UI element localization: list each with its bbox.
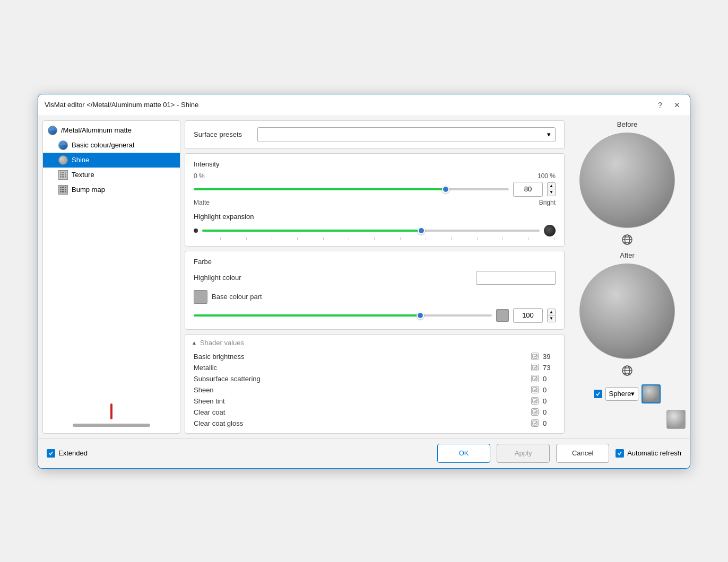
svg-rect-9	[533, 388, 537, 392]
shader-row-checkbox[interactable]	[531, 364, 539, 371]
base-colour-row: Base colour part	[194, 290, 556, 304]
sidebar-item-bump-map[interactable]: Bump map	[43, 182, 180, 197]
base-colour-label: Base colour part	[212, 293, 262, 301]
big-dot-icon	[544, 225, 556, 236]
shader-row: Subsurface scattering 0	[192, 373, 558, 384]
base-colour-value-input[interactable]: 100	[513, 308, 543, 323]
highlight-expansion-section: Highlight expansion	[194, 213, 556, 240]
ok-button[interactable]: OK	[437, 444, 490, 463]
small-dot-icon	[194, 229, 198, 233]
sidebar-item-shine[interactable]: Shine	[43, 153, 180, 168]
svg-rect-6	[533, 376, 537, 381]
shader-row-value: 39	[543, 353, 556, 361]
shader-row-checkbox[interactable]	[531, 397, 539, 405]
sidebar-item-basic-colour[interactable]: Basic colour/general	[43, 138, 180, 153]
shader-row-value: 0	[543, 408, 556, 416]
shader-row-label: Subsurface scattering	[194, 375, 527, 383]
matte-label: Matte	[194, 199, 210, 206]
before-sphere-preview	[579, 133, 675, 228]
after-sphere-preview	[579, 264, 675, 359]
highlight-slider[interactable]	[202, 225, 540, 236]
horizontal-scrollbar[interactable]	[47, 424, 176, 429]
shader-row-label: Clear coat gloss	[194, 419, 527, 427]
shader-rows-container: Basic brightness 39 Metallic 73 Subs	[192, 351, 558, 429]
chevron-down-icon: ▾	[547, 130, 551, 138]
shader-row-checkbox[interactable]	[531, 386, 539, 393]
shader-row: Clear coat 0	[192, 407, 558, 418]
shader-row: Basic brightness 39	[192, 351, 558, 362]
intensity-value-input[interactable]: 80	[513, 182, 543, 197]
sphere-dropdown[interactable]: Sphere ▾	[605, 387, 639, 401]
globe-button-1[interactable]	[620, 232, 635, 247]
intensity-up-button[interactable]: ▲	[547, 182, 556, 189]
shader-row-checkbox[interactable]	[531, 375, 539, 382]
surface-presets-section: Surface presets ▾	[185, 120, 565, 149]
intensity-slider[interactable]	[194, 184, 509, 195]
sidebar-item-texture[interactable]: Texture	[43, 168, 180, 182]
svg-line-14	[535, 400, 536, 402]
shader-row-value: 0	[543, 386, 556, 394]
shader-row-checkbox[interactable]	[531, 408, 539, 416]
base-colour-slider[interactable]	[194, 310, 492, 321]
sphere-checkbox[interactable]	[594, 390, 602, 398]
globe-button-2[interactable]	[620, 363, 635, 378]
shader-values-header: ▲ Shader values	[192, 339, 558, 347]
shader-row: Metallic 73	[192, 362, 558, 373]
highlight-thumb[interactable]	[418, 227, 425, 234]
base-colour-down-button[interactable]: ▼	[547, 315, 556, 322]
sidebar-item-label: Bump map	[72, 186, 105, 194]
shader-row-label: Sheen	[194, 386, 527, 394]
shader-row: Clear coat gloss 0	[192, 418, 558, 429]
auto-refresh-row: Automatic refresh	[616, 449, 681, 458]
intensity-section: Intensity 0 % 100 % 80 ▲ ▼	[185, 153, 565, 247]
highlight-colour-swatch[interactable]	[476, 271, 556, 285]
bottom-bar: Extended OK Apply Cancel Automatic refre…	[38, 438, 690, 468]
intensity-thumb[interactable]	[442, 186, 449, 193]
base-colour-swatch[interactable]	[194, 290, 207, 304]
svg-line-2	[535, 355, 536, 357]
shader-row: Sheen tint 0	[192, 396, 558, 407]
shader-row-checkbox[interactable]	[531, 419, 539, 427]
shader-row-label: Sheen tint	[194, 397, 527, 405]
sidebar-item-metal-aluminum[interactable]: /Metal/Aluminum matte	[43, 123, 180, 138]
sphere-dropdown-chevron-icon: ▾	[631, 390, 635, 398]
shader-row-value: 73	[543, 364, 556, 372]
highlight-colour-row: Highlight colour	[194, 271, 556, 285]
apply-button[interactable]: Apply	[497, 444, 550, 463]
globe-icon	[58, 140, 68, 151]
surface-presets-dropdown[interactable]: ▾	[257, 127, 556, 142]
sidebar-item-label: Basic colour/general	[72, 141, 134, 149]
highlight-ticks	[194, 238, 556, 240]
intensity-max-label: 100 %	[538, 172, 556, 180]
svg-rect-0	[533, 354, 537, 358]
main-window: VisMat editor </Metal/Aluminum matte 01>…	[38, 94, 690, 469]
svg-line-8	[535, 377, 536, 380]
close-button[interactable]: ✕	[671, 99, 683, 111]
matte-bright-labels: Matte Bright	[194, 199, 556, 206]
surface-presets-label: Surface presets	[194, 130, 252, 138]
extended-label: Extended	[58, 449, 88, 457]
extended-checkbox[interactable]	[47, 449, 55, 458]
sphere-thumb-button-1[interactable]	[642, 384, 661, 403]
shader-row-label: Clear coat	[194, 408, 527, 416]
collapse-arrow-icon[interactable]: ▲	[192, 340, 197, 346]
help-button[interactable]: ?	[654, 99, 666, 111]
auto-refresh-checkbox[interactable]	[616, 449, 624, 458]
sidebar-item-label: /Metal/Aluminum matte	[61, 126, 132, 134]
base-colour-up-button[interactable]: ▲	[547, 309, 556, 315]
intensity-slider-row: 80 ▲ ▼	[194, 182, 556, 197]
svg-rect-12	[533, 399, 537, 403]
base-colour-thumb[interactable]	[417, 312, 424, 319]
intensity-down-button[interactable]: ▼	[547, 189, 556, 196]
cancel-button[interactable]: Cancel	[556, 444, 609, 463]
shader-row-value: 0	[543, 419, 556, 427]
bump-icon	[58, 185, 68, 195]
window-title: VisMat editor </Metal/Aluminum matte 01>…	[45, 101, 198, 109]
sidebar-item-label: Texture	[72, 171, 94, 179]
intensity-track	[194, 188, 509, 190]
sphere-half-icon	[47, 125, 58, 136]
extended-checkbox-row[interactable]: Extended	[47, 449, 88, 458]
sphere-thumb-button-2[interactable]	[666, 410, 686, 429]
shader-row-checkbox[interactable]	[531, 353, 539, 360]
sphere-grey-icon	[58, 155, 68, 165]
